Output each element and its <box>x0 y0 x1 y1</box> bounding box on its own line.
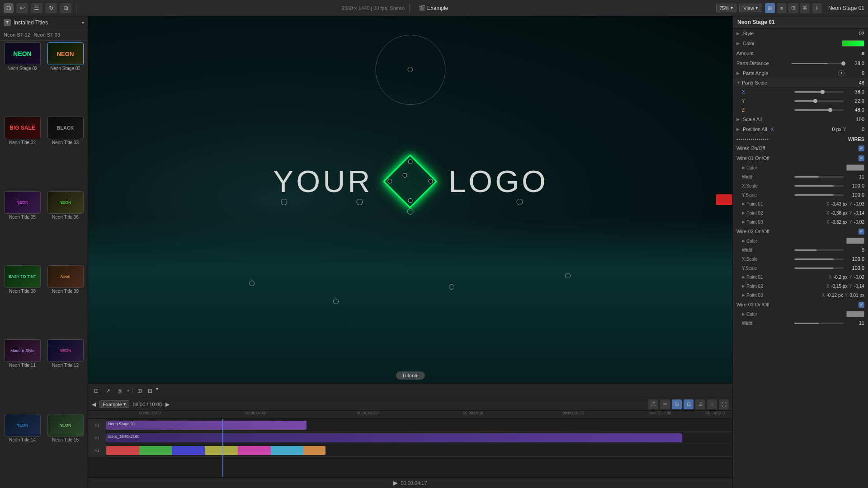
playhead[interactable] <box>222 419 223 477</box>
wire02-p3-coords: X -0,12 px Y 0,01 px <box>822 293 864 298</box>
wire02-color-expand[interactable]: ▶ <box>742 239 745 243</box>
wire02-xscale-label: X.Scale <box>742 257 792 262</box>
list-item[interactable]: BIG SALE Neon Title 02 <box>2 117 43 189</box>
tl-audio-icon[interactable]: 🎵 <box>648 399 658 409</box>
point03-coords: X -0,32 px Y -0,02 <box>826 220 864 225</box>
timeline-right-nav[interactable]: ▶ <box>165 401 170 408</box>
example-select[interactable]: Example ▾ <box>99 400 129 408</box>
menu-btn[interactable]: ☰ <box>31 3 42 13</box>
parts-distance-slider[interactable] <box>792 63 844 64</box>
wire01-color-expand[interactable]: ▶ <box>742 165 745 170</box>
thumb-black-fri: BLACK <box>47 117 84 139</box>
list-item[interactable]: Modern Style Neon Title 11 <box>2 339 43 412</box>
diamond-handle-bottom[interactable] <box>408 198 412 203</box>
sidebar-tab2[interactable]: Neon ST 03 <box>34 31 61 38</box>
tl-export-icon[interactable]: ↑ <box>707 399 717 409</box>
icon-filter[interactable]: ⌘ <box>800 3 810 13</box>
share-btn[interactable]: ⧉ <box>60 3 71 13</box>
transform-icon[interactable]: ↗ <box>104 386 113 395</box>
wire03-width-slider[interactable] <box>794 323 844 324</box>
wire02-color-swatch[interactable] <box>846 238 864 244</box>
tl-magnet-icon[interactable]: ⊞ <box>672 399 682 409</box>
sidebar-tab1[interactable]: Neon ST 02 <box>4 31 30 38</box>
icon-list[interactable]: ≡ <box>777 3 787 13</box>
list-item[interactable]: NEON Neon Title 12 <box>45 339 86 412</box>
main-video-clip[interactable]: uters_3840x2160 <box>106 433 682 442</box>
list-item[interactable]: NEON Neon Title 15 <box>45 414 86 486</box>
wire02-on-off-row: Wire 02 On/Off ✓ <box>733 226 868 236</box>
list-item[interactable]: NEON Neon Title 14 <box>2 414 43 486</box>
list-item[interactable]: NEON Neon Stage 03 <box>45 42 86 115</box>
list-item[interactable]: NEON Neon Stage 02 <box>2 42 43 115</box>
list-item[interactable]: NEON Neon Title 05 <box>2 191 43 263</box>
color-swatch[interactable] <box>842 40 864 47</box>
parts-scale-expand[interactable]: ▼ <box>736 80 741 85</box>
point01-expand[interactable]: ▶ <box>742 202 745 206</box>
parts-scale-header[interactable]: ▼ Parts Scale 48 <box>733 78 868 87</box>
wire01-xscale-slider[interactable] <box>794 185 844 187</box>
diamond-handle-left[interactable] <box>387 179 392 183</box>
effects-icon[interactable]: ◎ <box>115 386 124 395</box>
tl-expand-icon[interactable]: ⊡ <box>695 399 705 409</box>
audio-clip[interactable] <box>106 446 326 455</box>
undo-btn[interactable]: ↩ <box>16 3 28 13</box>
wire02-width-slider[interactable] <box>794 249 844 251</box>
wire01-on-off-checkbox[interactable]: ✓ <box>859 155 864 161</box>
pos-all-expand[interactable]: ▶ <box>736 127 740 131</box>
app-icon: ⬡ <box>4 3 14 13</box>
wire03-color-swatch[interactable] <box>846 311 864 317</box>
icon-info[interactable]: ℹ <box>812 3 822 13</box>
preview-canvas[interactable]: Y O U R <box>88 16 732 383</box>
diamond-handle-right[interactable] <box>428 179 433 183</box>
crop-icon[interactable]: ⊡ <box>92 386 101 395</box>
play-btn[interactable]: ▶ <box>393 479 398 486</box>
icon-columns[interactable]: ⊞ <box>788 3 798 13</box>
timeline-icon[interactable]: ⊞ <box>135 386 144 395</box>
color-expand[interactable]: ▶ <box>736 41 740 46</box>
clip-icon[interactable]: ⊟ <box>146 386 155 395</box>
chevron-down-2[interactable]: ▾ <box>156 386 158 395</box>
tl-lock-icon[interactable]: ⊟ <box>684 399 693 409</box>
wire02-p1-expand[interactable]: ▶ <box>742 275 745 279</box>
parts-scale-label: Parts Scale <box>742 80 846 85</box>
y-slider[interactable] <box>794 100 844 102</box>
tl-clip-icon[interactable]: ✂ <box>660 399 670 409</box>
wire02-on-off-checkbox[interactable]: ✓ <box>859 229 864 235</box>
icon-grid[interactable]: ▦ <box>765 3 775 13</box>
list-item[interactable]: NEON Neon Title 06 <box>45 191 86 263</box>
z-slider[interactable] <box>794 109 844 111</box>
angle-dial[interactable] <box>838 70 844 76</box>
diamond-handle-center[interactable] <box>403 173 407 178</box>
wire02-p3-expand[interactable]: ▶ <box>742 293 745 297</box>
title-clip[interactable]: Neon Stage 01 <box>106 421 307 430</box>
wire01-yscale-slider[interactable] <box>794 194 844 196</box>
wires-on-off-checkbox[interactable]: ✓ <box>859 145 864 151</box>
wire02-xscale-slider[interactable] <box>794 258 844 260</box>
point03-expand[interactable]: ▶ <box>742 220 745 224</box>
wire01-color-swatch[interactable] <box>846 164 864 171</box>
diamond-handle-top[interactable] <box>408 160 412 164</box>
list-item[interactable]: Neon Neon Title 09 <box>45 265 86 338</box>
example-label[interactable]: 🎬 Example <box>414 4 453 12</box>
wire03-on-off-checkbox[interactable]: ✓ <box>859 302 864 308</box>
sidebar-arrow[interactable]: ▾ <box>82 20 84 25</box>
track-row-2: V1 uters_3840x2160 <box>88 432 732 444</box>
tl-fullscreen-icon[interactable]: ⛶ <box>719 399 729 409</box>
parts-angle-expand[interactable]: ▶ <box>736 71 740 75</box>
chevron-down[interactable]: ▾ <box>127 388 129 393</box>
timeline-left-nav[interactable]: ◀ <box>92 401 96 408</box>
point02-expand[interactable]: ▶ <box>742 211 745 215</box>
list-item[interactable]: BLACK Neon Title 03 <box>45 117 86 189</box>
wire01-width-slider[interactable] <box>794 176 844 178</box>
x-slider[interactable] <box>794 91 844 93</box>
wire02-p2-expand[interactable]: ▶ <box>742 284 745 288</box>
wire03-color-expand[interactable]: ▶ <box>742 312 745 316</box>
wire02-yscale-slider[interactable] <box>794 267 844 269</box>
style-expand[interactable]: ▶ <box>736 31 740 36</box>
refresh-btn[interactable]: ↻ <box>45 3 57 13</box>
zoom-selector[interactable]: 75% ▾ <box>716 4 736 12</box>
view-btn[interactable]: View ▾ <box>739 4 762 12</box>
scale-all-expand[interactable]: ▶ <box>736 117 740 122</box>
list-item[interactable]: EASY TO TINT Neon Title 08 <box>2 265 43 338</box>
tutorial-btn[interactable]: Tutorial <box>396 371 425 380</box>
